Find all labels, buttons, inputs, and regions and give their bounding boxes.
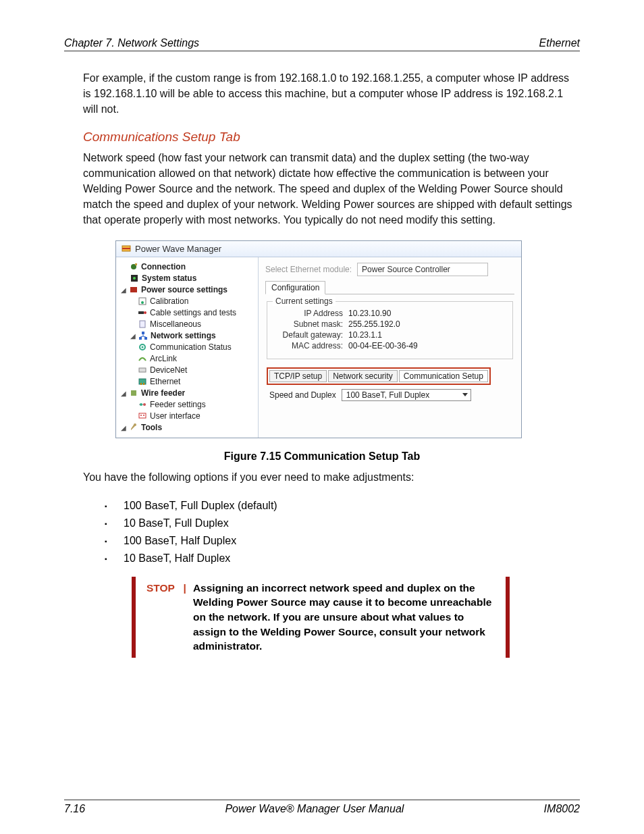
tab-row: Configuration	[265, 280, 514, 294]
module-select[interactable]: Power Source Controller	[357, 263, 488, 276]
svg-point-22	[140, 403, 142, 406]
tree-miscellaneous[interactable]: Miscellaneous	[120, 319, 255, 330]
tree-label: User interface	[150, 411, 200, 421]
tree-label: Calibration	[150, 296, 188, 306]
expander-icon[interactable]: ◢	[120, 287, 126, 293]
tree-connection[interactable]: Connection	[120, 261, 255, 273]
tree-network-settings[interactable]: ◢ Network settings	[120, 330, 255, 342]
subnet-label: Subnet mask:	[274, 319, 348, 329]
tab-configuration[interactable]: Configuration	[265, 281, 325, 294]
list-item: 100 BaseT, Full Duplex (default)	[105, 497, 580, 515]
meter-icon	[138, 296, 147, 306]
figure-caption: Figure 7.15 Communication Setup Tab	[64, 450, 580, 463]
status-icon	[130, 273, 139, 283]
list-item: 100 BaseT, Half Duplex	[105, 532, 580, 550]
tree-tools[interactable]: ◢ Tools	[120, 422, 255, 434]
tree-label: Cable settings and tests	[150, 308, 236, 317]
select-module-label: Select Ethernet module:	[265, 265, 352, 274]
svg-rect-5	[130, 287, 137, 292]
expander-icon	[120, 264, 126, 270]
speed-duplex-dropdown[interactable]: 100 BaseT, Full Duplex	[342, 389, 471, 401]
tree-label: Network settings	[151, 331, 216, 340]
tree-label: Ethernet	[150, 377, 180, 386]
svg-rect-19	[143, 383, 144, 385]
figure-screenshot: Power Wave Manager Connection System sta…	[115, 240, 580, 438]
footer-right: IM8002	[544, 803, 580, 815]
doc-icon	[138, 319, 147, 329]
slider-icon	[138, 400, 147, 409]
svg-rect-8	[138, 311, 144, 314]
machine-icon	[129, 285, 138, 294]
wrench-icon	[129, 423, 138, 432]
chevron-down-icon	[462, 393, 468, 396]
tree-label: Miscellaneous	[150, 319, 201, 329]
svg-rect-20	[131, 390, 136, 396]
svg-rect-18	[140, 383, 142, 385]
tree-label: System status	[142, 273, 196, 283]
mac-value: 00-04-EE-00-36-49	[348, 341, 418, 350]
tree-communication-status[interactable]: Communication Status	[120, 342, 255, 353]
svg-point-26	[143, 415, 144, 416]
subtab-row: TCP/IP setup Network security Communicat…	[267, 367, 491, 385]
app-window: Power Wave Manager Connection System sta…	[115, 240, 522, 438]
current-settings-group: Current settings IP Address10.23.10.90 S…	[267, 301, 513, 359]
expander-icon[interactable]: ◢	[120, 425, 126, 431]
group-title: Current settings	[273, 296, 336, 306]
svg-point-23	[143, 403, 146, 406]
svg-rect-13	[144, 337, 147, 340]
expander-icon[interactable]: ◢	[120, 390, 126, 396]
subtab-communication[interactable]: Communication Setup	[399, 370, 488, 382]
tree-feeder-settings[interactable]: Feeder settings	[120, 399, 255, 411]
stop-callout: STOP | Assigning an incorrect network sp…	[132, 577, 510, 658]
tree-system-status[interactable]: System status	[120, 273, 255, 284]
svg-point-7	[141, 301, 144, 304]
options-intro: You have the following options if you ev…	[83, 469, 580, 485]
stop-label: STOP |	[146, 581, 193, 654]
tree-devicenet[interactable]: DeviceNet	[120, 365, 255, 376]
svg-rect-12	[139, 337, 142, 340]
ethernet-icon	[138, 377, 147, 386]
paragraph-example: For example, if the custom range is from…	[83, 70, 580, 118]
app-icon	[122, 244, 131, 253]
tree-ethernet[interactable]: Ethernet	[120, 376, 255, 388]
plug-icon	[129, 262, 138, 271]
ip-value: 10.23.10.90	[348, 309, 391, 318]
section-heading: Communications Setup Tab	[83, 130, 580, 145]
subtab-tcpip[interactable]: TCP/IP setup	[269, 370, 327, 382]
tree-cable-settings[interactable]: Cable settings and tests	[120, 307, 255, 319]
svg-rect-11	[142, 332, 144, 334]
header-right: Ethernet	[539, 37, 580, 49]
svg-point-4	[133, 277, 136, 280]
dropdown-value: 100 BaseT, Full Duplex	[346, 390, 429, 400]
callout-text: Assigning an incorrect network speed and…	[193, 581, 496, 654]
expander-icon[interactable]: ◢	[130, 333, 136, 339]
tree-power-source[interactable]: ◢ Power source settings	[120, 284, 255, 296]
footer-center: Power Wave® Manager User Manual	[225, 803, 404, 815]
header-left: Chapter 7. Network Settings	[64, 37, 199, 49]
tree-label: DeviceNet	[150, 365, 187, 375]
options-list: 100 BaseT, Full Duplex (default) 10 Base…	[105, 497, 580, 567]
subtab-security[interactable]: Network security	[328, 370, 398, 382]
page-footer: 7.16 Power Wave® Manager User Manual IM8…	[64, 800, 580, 815]
callout-bar-right	[506, 577, 510, 658]
tree-arclink[interactable]: ArcLink	[120, 353, 255, 365]
tree-user-interface[interactable]: User interface	[120, 411, 255, 422]
devicenet-icon	[138, 365, 147, 375]
right-pane: Select Ethernet module: Power Source Con…	[259, 257, 521, 438]
tree-label: ArcLink	[150, 354, 177, 363]
svg-rect-16	[139, 368, 146, 372]
ui-icon	[138, 411, 147, 421]
svg-rect-17	[139, 379, 146, 384]
gateway-value: 10.23.1.1	[348, 330, 382, 340]
list-item: 10 BaseT, Half Duplex	[105, 550, 580, 567]
list-item: 10 BaseT, Full Duplex	[105, 515, 580, 532]
arclink-icon	[138, 354, 147, 363]
tree-label: Tools	[141, 423, 162, 432]
svg-rect-10	[140, 321, 145, 328]
tree-wire-feeder[interactable]: ◢ Wire feeder	[120, 388, 255, 399]
tree-calibration[interactable]: Calibration	[120, 296, 255, 307]
page-header: Chapter 7. Network Settings Ethernet	[64, 37, 580, 51]
ip-label: IP Address	[274, 309, 348, 318]
tree-label: Wire feeder	[141, 388, 185, 398]
feeder-icon	[129, 388, 138, 398]
